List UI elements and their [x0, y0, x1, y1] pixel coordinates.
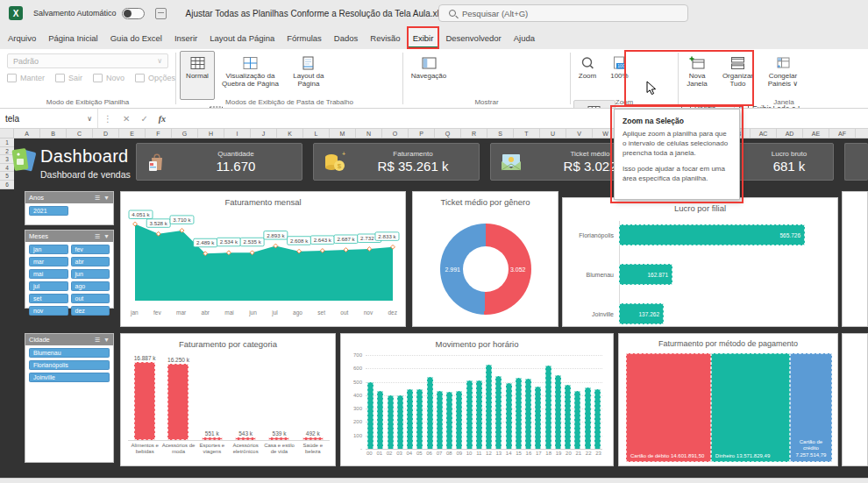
column-header-C[interactable]: C	[67, 129, 93, 138]
x-axis-label: mai	[224, 309, 233, 316]
keep-button: Manter	[7, 74, 45, 82]
slicer-item-mar[interactable]: mar	[29, 257, 68, 266]
zoom-button[interactable]: Zoom	[573, 51, 601, 100]
column-header-P[interactable]: P	[409, 129, 435, 138]
column-header-A[interactable]: A	[14, 129, 40, 138]
column-header-L[interactable]: L	[303, 129, 330, 138]
column-header-B[interactable]: B	[40, 129, 67, 138]
group-label: Janela	[714, 98, 854, 106]
multi-select-icon[interactable]: ☰	[95, 233, 100, 240]
cancel-icon[interactable]: ✕	[117, 114, 135, 124]
tab-ajuda[interactable]: Ajuda	[508, 26, 541, 49]
slicer-item-jan[interactable]: jan	[29, 245, 68, 254]
page-layout-button[interactable]: Layout da Página	[286, 51, 331, 100]
slicer-item-dez[interactable]: dez	[71, 306, 110, 316]
x-axis-label: 13	[495, 451, 502, 456]
column-header-R[interactable]: R	[461, 129, 487, 138]
svg-text:2.687 k: 2.687 k	[337, 236, 355, 242]
y-axis-tick: 600	[353, 366, 362, 371]
slicer-title: Meses	[29, 232, 48, 240]
tab-desenvolvedor[interactable]: Desenvolvedor	[439, 26, 507, 49]
x-axis-label: 11	[476, 451, 481, 456]
column-header-AF[interactable]: AF	[829, 129, 856, 138]
column-header-N[interactable]: N	[356, 129, 382, 138]
slicer-item-blumenau[interactable]: Blumenau	[29, 348, 110, 358]
column-header-J[interactable]: J	[251, 129, 277, 138]
slicer-item-jun[interactable]: jun	[71, 269, 110, 279]
column-header-D[interactable]: D	[93, 129, 119, 138]
search-input[interactable]: Pesquisar (Alt+G)	[438, 4, 688, 22]
filter-icon[interactable]: ▼	[103, 337, 110, 344]
partial-card-right-bottom	[842, 333, 868, 466]
multi-select-icon[interactable]: ☰	[95, 195, 100, 202]
column-header-O[interactable]: O	[382, 129, 409, 138]
enter-icon[interactable]: ✓	[135, 114, 153, 124]
slicer-item-florianópolis[interactable]: Florianópolis	[29, 360, 110, 370]
slicer-item-2021[interactable]: 2021	[29, 206, 68, 216]
zoom-100-button[interactable]: 100 100%	[605, 51, 633, 100]
slicer-item-ago[interactable]: ago	[71, 281, 110, 291]
slicer-item-set[interactable]: set	[29, 294, 68, 303]
slicer-item-nov[interactable]: nov	[29, 306, 68, 316]
column-header-T[interactable]: T	[514, 129, 540, 138]
insert-function-icon[interactable]: fx	[153, 114, 171, 124]
column-header-G[interactable]: G	[172, 129, 198, 138]
x-axis-label: 23	[595, 451, 601, 456]
filter-icon[interactable]: ▼	[103, 195, 110, 202]
multi-select-icon[interactable]: ☰	[95, 337, 100, 344]
filter-icon[interactable]: ▼	[103, 233, 110, 240]
bar-column: 16.250 k	[165, 355, 191, 440]
slicer-item-fev[interactable]: fev	[71, 245, 110, 254]
arrange-all-button[interactable]: Organizar Tudo	[716, 51, 758, 100]
x-axis-label: 03	[396, 451, 402, 456]
bar	[565, 385, 571, 449]
column-header-K[interactable]: K	[277, 129, 303, 138]
slicer-item-abr[interactable]: abr	[71, 257, 110, 266]
column-header-H[interactable]: H	[198, 129, 224, 138]
bar	[437, 391, 443, 449]
page-break-preview-button[interactable]: Visualização da Quebra de Página	[218, 51, 281, 100]
chart-movimento-horario: Movimento por horário 700600500400300200…	[340, 333, 614, 466]
column-header-S[interactable]: S	[487, 129, 514, 138]
column-header-E[interactable]: E	[119, 129, 146, 138]
column-header-M[interactable]: M	[330, 129, 356, 138]
normal-view-button[interactable]: Normal	[180, 51, 215, 100]
bar	[476, 380, 482, 449]
slicer-item-joinville[interactable]: Joinville	[29, 373, 110, 382]
slicer-item-jul[interactable]: jul	[29, 281, 68, 291]
exit-button: Sair	[55, 74, 82, 82]
slicer-item-mai[interactable]: mai	[29, 269, 68, 279]
tab-exibir[interactable]: Exibir	[407, 26, 440, 49]
autosave-toggle[interactable]	[122, 8, 145, 19]
bar: 162.871	[619, 264, 672, 285]
column-header-V[interactable]: V	[566, 129, 593, 138]
column-header-AD[interactable]: AD	[777, 129, 803, 138]
tab-layout-da-página[interactable]: Layout da Página	[203, 26, 281, 49]
kpi-label: Lucro bruto	[745, 150, 833, 158]
tab-guia-do-excel[interactable]: Guia do Excel	[104, 26, 168, 49]
column-header-AE[interactable]: AE	[803, 129, 829, 138]
column-header-U[interactable]: U	[540, 129, 566, 138]
column-header-AC[interactable]: AC	[751, 129, 777, 138]
column-header-Q[interactable]: Q	[435, 129, 461, 138]
name-box[interactable]: tela∨	[0, 109, 98, 128]
column-header-F[interactable]: F	[146, 129, 172, 138]
tab-arquivo[interactable]: Arquivo	[2, 26, 42, 49]
tab-revisão[interactable]: Revisão	[364, 26, 406, 49]
freeze-panes-button[interactable]: * Congelar Painéis ∨	[763, 51, 803, 100]
select-all-corner[interactable]	[0, 129, 14, 138]
row-header-6[interactable]: 6	[0, 181, 14, 189]
column-header-I[interactable]: I	[224, 129, 251, 138]
area-chart-plot: 4.051 k3.528 k3.710 k2.489 k2.534 k2.535…	[128, 210, 400, 308]
tab-página-inicial[interactable]: Página Inicial	[42, 26, 104, 49]
tab-dados[interactable]: Dados	[328, 26, 364, 49]
new-window-button[interactable]: Nova Janela	[681, 51, 713, 100]
save-icon[interactable]	[155, 8, 167, 19]
ribbon: Padrão∨ Manter Sair Novo Opções Modo de …	[0, 49, 868, 109]
slicer-item-out[interactable]: out	[71, 294, 110, 303]
tab-fórmulas[interactable]: Fórmulas	[281, 26, 328, 49]
tab-inserir[interactable]: Inserir	[168, 26, 203, 49]
formula-input[interactable]	[171, 109, 868, 128]
navigation-button[interactable]: Navegação	[407, 51, 451, 100]
treemap-block-cartão-de-débito: Cartão de débito 14.601.891,50	[626, 353, 711, 462]
